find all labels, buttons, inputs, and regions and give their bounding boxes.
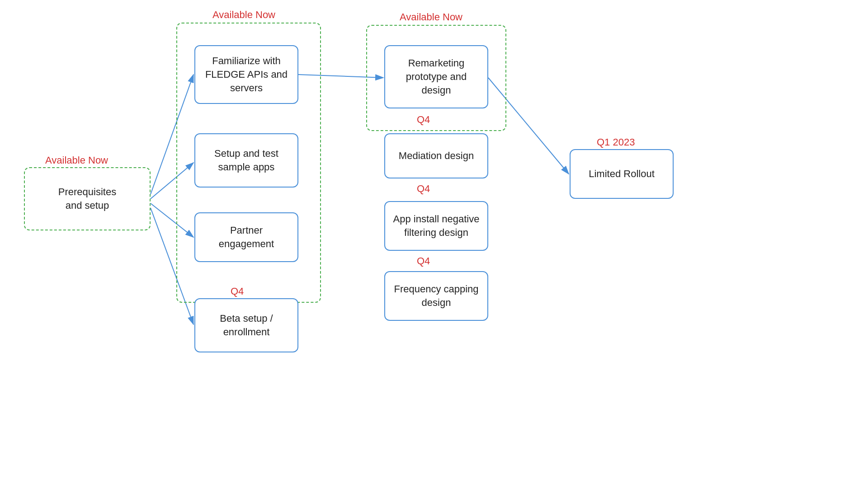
node-fledge-label: Familiarize withFLEDGE APIs andservers [205, 54, 288, 94]
node-partner-label: Partner engagement [203, 224, 290, 250]
node-mediation-label: Mediation design [399, 149, 474, 163]
node-frequency-label: Frequency cappingdesign [394, 282, 478, 309]
dashed-group-left-label: Available Now [212, 9, 275, 21]
node-sample-apps-label: Setup and testsample apps [214, 147, 278, 174]
node-beta-label: Beta setup /enrollment [220, 312, 273, 338]
node-beta: Beta setup /enrollment [194, 298, 298, 352]
node-partner: Partner engagement [194, 212, 298, 262]
label-beta: Q4 [231, 286, 244, 297]
node-prerequisites: Prerequisitesand setup [24, 167, 151, 230]
label-limited-rollout-q1: Q1 2023 [597, 136, 635, 148]
node-frequency: Frequency cappingdesign [384, 271, 488, 321]
node-mediation: Mediation design [384, 133, 488, 178]
node-prerequisites-label: Prerequisitesand setup [58, 185, 116, 212]
label-prerequisites: Available Now [45, 155, 108, 166]
diagram: Available Now Available Now Prerequisite… [0, 0, 868, 488]
dashed-group-right-label: Available Now [400, 11, 462, 23]
label-mediation-q4: Q4 [417, 183, 430, 195]
node-app-install: App install negativefiltering design [384, 201, 488, 251]
node-remarketing: Remarketingprototype anddesign [384, 45, 488, 108]
node-fledge: Familiarize withFLEDGE APIs andservers [194, 45, 298, 104]
node-remarketing-label: Remarketingprototype anddesign [406, 56, 467, 97]
label-app-install-q4: Q4 [417, 255, 430, 267]
node-limited-rollout-label: Limited Rollout [589, 167, 655, 181]
node-sample-apps: Setup and testsample apps [194, 133, 298, 188]
node-app-install-label: App install negativefiltering design [393, 212, 480, 239]
label-remarketing-q4: Q4 [417, 114, 430, 126]
node-limited-rollout: Limited Rollout [570, 149, 674, 199]
